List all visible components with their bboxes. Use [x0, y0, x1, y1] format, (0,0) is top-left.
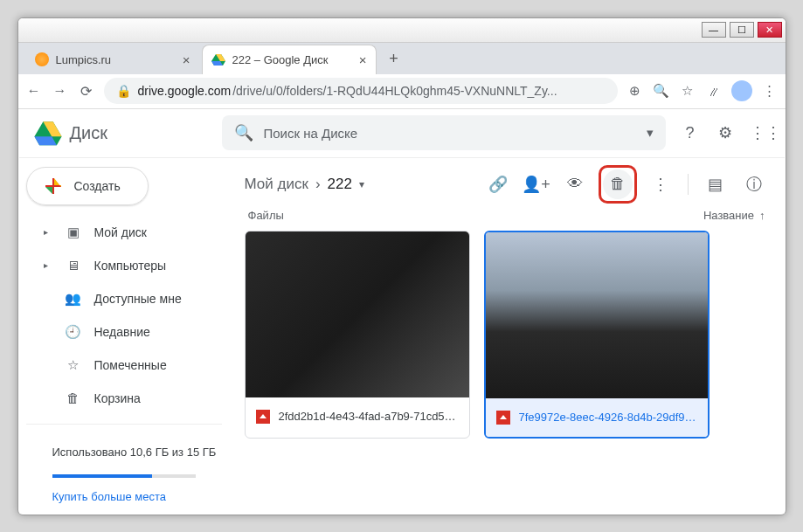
- storage-bar: [52, 474, 196, 478]
- sort-arrow-icon: ↑: [759, 209, 765, 222]
- share-button[interactable]: 👤+: [522, 169, 551, 199]
- breadcrumb-folder[interactable]: 222: [328, 176, 352, 193]
- drive-logo[interactable]: Диск: [33, 118, 208, 148]
- storage-progress: [52, 474, 153, 478]
- back-button[interactable]: ←: [25, 83, 43, 99]
- divider: [688, 174, 689, 195]
- drive-icon: ▣: [65, 225, 82, 240]
- window-maximize-button[interactable]: ☐: [730, 22, 754, 38]
- sort-control[interactable]: Название ↑: [703, 209, 765, 222]
- tab-close-icon[interactable]: ×: [359, 52, 367, 67]
- buy-storage-link[interactable]: Купить больше места: [26, 481, 222, 503]
- browser-window: — ☐ ✕ Lumpics.ru × 222 – Google Диск × +…: [17, 17, 786, 515]
- section-header: Файлы Название ↑: [245, 204, 769, 231]
- image-type-icon: [496, 411, 510, 425]
- create-label: Создать: [74, 179, 121, 193]
- tab-google-drive[interactable]: 222 – Google Диск ×: [202, 45, 377, 74]
- sidebar-item-recent[interactable]: 🕘Недавние: [26, 317, 222, 347]
- sidebar-item-mydrive[interactable]: ▸▣Мой диск: [26, 218, 222, 247]
- sort-label: Название: [703, 209, 754, 222]
- url-path: /drive/u/0/folders/1-RQdU44HLQk0ghm45-VX…: [232, 84, 557, 98]
- section-label: Файлы: [248, 209, 284, 222]
- tab-lumpics[interactable]: Lumpics.ru ×: [25, 45, 200, 74]
- sidebar-item-trash[interactable]: 🗑Корзина: [26, 383, 222, 413]
- sidebar-item-shared[interactable]: 👥Доступные мне: [26, 284, 222, 314]
- star-icon: ☆: [65, 357, 82, 373]
- sidebar: Создать ▸▣Мой диск ▸🖥Компьютеры 👥Доступн…: [19, 158, 229, 514]
- zoom-icon[interactable]: ⊕: [626, 83, 644, 99]
- breadcrumb: Мой диск › 222 ▾: [245, 176, 364, 193]
- create-button[interactable]: Создать: [26, 167, 149, 205]
- breadcrumb-root[interactable]: Мой диск: [245, 176, 308, 193]
- main-area: Мой диск › 222 ▾ 🔗 👤+ 👁 🗑 ⋮ ▤ ⓘ: [229, 158, 785, 514]
- more-button[interactable]: ⋮: [646, 169, 675, 199]
- window-minimize-button[interactable]: —: [702, 22, 726, 38]
- file-name: 2fdd2b1d-4e43-4fad-a7b9-71cd58f...: [279, 410, 459, 423]
- image-type-icon: [256, 410, 270, 424]
- sidebar-item-computers[interactable]: ▸🖥Компьютеры: [26, 251, 222, 280]
- window-titlebar: — ☐ ✕: [18, 18, 786, 43]
- favicon-drive: [211, 52, 225, 66]
- help-icon[interactable]: ?: [680, 124, 701, 142]
- preview-button[interactable]: 👁: [560, 169, 590, 199]
- link-button[interactable]: 🔗: [483, 169, 513, 199]
- file-thumbnail: [246, 231, 469, 397]
- drive-product-name: Диск: [70, 123, 107, 143]
- file-card[interactable]: 2fdd2b1d-4e43-4fad-a7b9-71cd58f...: [245, 231, 470, 439]
- url-input[interactable]: 🔒 drive.google.com /drive/u/0/folders/1-…: [104, 78, 618, 104]
- file-footer: 2fdd2b1d-4e43-4fad-a7b9-71cd58f...: [246, 397, 469, 436]
- sidebar-item-label: Недавние: [94, 325, 150, 339]
- file-footer: 7fe9972e-8eec-4926-8d4b-29df9b1...: [486, 398, 708, 437]
- menu-icon[interactable]: ⋮: [761, 83, 779, 99]
- plus-icon: [43, 176, 64, 197]
- apps-icon[interactable]: ⋮⋮⋮: [750, 123, 771, 142]
- extensions-icon[interactable]: ⫽: [705, 84, 723, 99]
- chevron-right-icon: ›: [315, 176, 321, 193]
- info-button[interactable]: ⓘ: [739, 169, 769, 199]
- lock-icon: 🔒: [116, 84, 131, 98]
- drive-header: Диск 🔍 Поиск на Диске ▾ ? ⚙ ⋮⋮⋮: [19, 109, 785, 158]
- file-thumbnail: [486, 232, 708, 398]
- profile-avatar[interactable]: [731, 80, 752, 101]
- window-close-button[interactable]: ✕: [758, 22, 782, 38]
- url-domain: drive.google.com: [138, 84, 232, 98]
- computer-icon: 🖥: [65, 258, 82, 273]
- expand-icon[interactable]: ▸: [44, 227, 52, 237]
- trash-icon: 🗑: [65, 390, 82, 405]
- search-icon: 🔍: [234, 123, 253, 142]
- page-content: Диск 🔍 Поиск на Диске ▾ ? ⚙ ⋮⋮⋮ Создать …: [19, 109, 785, 514]
- tab-label: Lumpics.ru: [56, 53, 176, 66]
- shared-icon: 👥: [65, 291, 82, 307]
- toolbar: Мой диск › 222 ▾ 🔗 👤+ 👁 🗑 ⋮ ▤ ⓘ: [245, 165, 769, 204]
- tab-label: 222 – Google Диск: [232, 53, 352, 66]
- forward-button[interactable]: →: [52, 83, 69, 99]
- sidebar-item-label: Мой диск: [94, 225, 147, 239]
- delete-highlight: 🗑: [599, 165, 637, 204]
- reload-button[interactable]: ⟳: [78, 83, 95, 100]
- sidebar-item-label: Компьютеры: [94, 259, 167, 273]
- delete-button[interactable]: 🗑: [603, 169, 633, 199]
- sidebar-item-label: Корзина: [94, 391, 141, 405]
- bookmark-icon[interactable]: ☆: [679, 83, 696, 99]
- clock-icon: 🕘: [65, 324, 82, 340]
- new-tab-button[interactable]: +: [382, 47, 406, 72]
- file-name: 7fe9972e-8eec-4926-8d4b-29df9b1...: [519, 411, 697, 424]
- search-input[interactable]: 🔍 Поиск на Диске ▾: [222, 115, 666, 150]
- list-view-button[interactable]: ▤: [701, 169, 730, 199]
- sidebar-item-label: Помеченные: [94, 358, 167, 372]
- address-bar: ← → ⟳ 🔒 drive.google.com /drive/u/0/fold…: [18, 74, 786, 109]
- tab-close-icon[interactable]: ×: [183, 52, 190, 67]
- storage-text: Использовано 10,6 ГБ из 15 ГБ: [26, 435, 222, 466]
- search-options-icon[interactable]: ▾: [647, 125, 654, 141]
- settings-icon[interactable]: ⚙: [715, 123, 736, 142]
- expand-icon[interactable]: ▸: [44, 260, 52, 270]
- drive-logo-icon: [33, 118, 63, 148]
- favicon-lumpics: [35, 52, 49, 66]
- sidebar-item-label: Доступные мне: [94, 292, 182, 306]
- find-icon[interactable]: 🔍: [653, 83, 670, 99]
- search-placeholder: Поиск на Диске: [264, 126, 636, 141]
- browser-tab-strip: Lumpics.ru × 222 – Google Диск × +: [18, 43, 786, 74]
- chevron-down-icon[interactable]: ▾: [359, 178, 364, 190]
- file-card-selected[interactable]: 7fe9972e-8eec-4926-8d4b-29df9b1...: [484, 231, 710, 439]
- sidebar-item-starred[interactable]: ☆Помеченные: [26, 350, 222, 380]
